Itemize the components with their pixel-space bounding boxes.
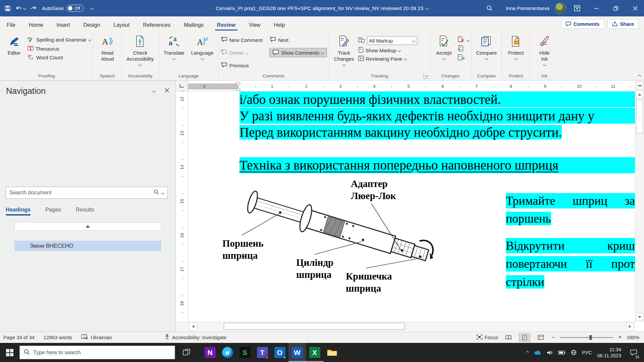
translate-chevron-icon[interactable] [172, 57, 176, 60]
tab-home[interactable]: Home [22, 19, 50, 32]
scroll-down-arrow[interactable] [636, 313, 643, 321]
task-view-button[interactable] [178, 343, 195, 362]
zoom-out-button[interactable]: − [551, 334, 555, 341]
previous-change-button[interactable] [458, 45, 469, 53]
web-layout-button[interactable] [535, 333, 546, 342]
paragraph[interactable]: і/або ознак порушення фізичних властивос… [239, 92, 635, 107]
document-page[interactable]: і/або ознак порушення фізичних властивос… [188, 91, 635, 322]
share-button[interactable]: Share [607, 19, 639, 29]
indent-marker-bottom[interactable] [236, 88, 240, 90]
headings-scroll-up[interactable] [14, 222, 161, 231]
nav-heading-item[interactable]: Зміни ВНЕСЕНО [14, 241, 161, 251]
nav-search-icon[interactable] [154, 189, 159, 196]
tab-layout[interactable]: Layout [107, 19, 136, 32]
paragraph[interactable]: У разі виявлення будь-яких дефектів необ… [239, 108, 635, 124]
navigation-chevron-icon[interactable] [152, 89, 156, 93]
tab-insert[interactable]: Insert [50, 19, 76, 32]
side-note-line[interactable]: повертаючи її прот [506, 256, 635, 272]
reject-button[interactable] [458, 36, 469, 44]
word-count-button[interactable]: 123 Word Count [28, 54, 91, 61]
zoom-slider-thumb[interactable] [589, 335, 592, 340]
keyboard-language[interactable]: РУС [582, 350, 592, 355]
language-button[interactable]: A Language [189, 34, 216, 60]
section-heading[interactable]: Техніка з використання попередньо наповн… [239, 157, 635, 173]
nav-search-chevron-icon[interactable] [161, 191, 165, 194]
accept-chevron-icon[interactable] [442, 57, 446, 60]
side-note-line[interactable]: Тримайте шприц за [506, 193, 635, 208]
horizontal-scrollbar[interactable] [176, 322, 635, 331]
nav-tab-pages[interactable]: Pages [45, 206, 61, 216]
word-count-indicator[interactable]: 12863 words [43, 335, 72, 340]
protect-button[interactable]: Protect [504, 34, 528, 60]
file-explorer-icon[interactable] [323, 343, 341, 362]
navigation-close-icon[interactable] [164, 88, 169, 94]
undo-button[interactable] [15, 5, 26, 11]
start-button[interactable] [0, 343, 19, 362]
spelling-chevron-icon[interactable] [88, 38, 92, 42]
title-chevron-icon[interactable] [426, 7, 429, 10]
proofing-status[interactable]: Ukrainian [81, 334, 112, 341]
qat-customize-icon[interactable] [90, 7, 94, 10]
language-chevron-icon[interactable] [201, 57, 204, 60]
show-markup-chevron-icon[interactable] [398, 49, 401, 52]
indent-marker-top[interactable] [236, 82, 240, 85]
vertical-scrollbar-thumb[interactable] [636, 100, 643, 133]
translate-button[interactable]: aä Translate [161, 34, 187, 60]
tab-view[interactable]: View [242, 19, 267, 32]
nav-tab-results[interactable]: Results [76, 206, 94, 216]
document-title-text[interactable]: Cervarix_PI proj1_GDS28 one PFS+SPC alig… [216, 5, 423, 11]
teams-icon[interactable]: T [254, 343, 271, 362]
reject-chevron-icon[interactable] [466, 38, 470, 42]
edge-icon[interactable]: e [219, 343, 236, 362]
side-note-line[interactable]: стрілки [506, 274, 635, 290]
nav-tab-headings[interactable]: Headings [6, 206, 31, 216]
zoom-slider[interactable] [560, 335, 613, 340]
search-document-input[interactable] [6, 190, 154, 196]
delete-chevron-icon[interactable] [245, 51, 249, 54]
undo-chevron-icon[interactable] [23, 7, 26, 10]
tab-mailings[interactable]: Mailings [177, 19, 210, 32]
check-accessibility-chevron-icon[interactable] [139, 63, 142, 66]
next-change-button[interactable] [458, 54, 469, 62]
tab-review[interactable]: Review [210, 19, 242, 32]
onenote-icon[interactable]: N [201, 343, 219, 362]
language-indicator[interactable]: Ukrainian [91, 335, 112, 340]
show-comments-button[interactable]: Show Comments [269, 48, 327, 57]
save-icon[interactable] [5, 5, 11, 11]
tab-design[interactable]: Design [76, 19, 107, 32]
scroll-left-arrow[interactable] [189, 322, 197, 330]
hide-ink-button[interactable]: Hide Ink [532, 34, 556, 66]
tab-file[interactable]: File [0, 19, 22, 32]
print-layout-button[interactable] [519, 333, 530, 342]
display-for-review-combo[interactable]: All Markup [358, 36, 417, 45]
zoom-level[interactable]: 180% [627, 335, 639, 340]
comments-button[interactable]: Comments [561, 19, 604, 29]
user-name[interactable]: Inna Pomerantseva [506, 5, 549, 11]
close-button[interactable] [627, 0, 644, 16]
action-center-button[interactable]: 15 [627, 343, 641, 362]
scroll-right-arrow[interactable] [626, 322, 634, 330]
check-accessibility-button[interactable]: Check Accessibility [124, 34, 157, 66]
onedrive-tray-icon[interactable] [534, 350, 541, 355]
restore-button[interactable] [607, 0, 625, 16]
accessibility-status[interactable]: Accessibility: Investigate [164, 334, 227, 341]
show-markup-button[interactable]: Show Markup [358, 47, 417, 54]
vertical-scrollbar[interactable] [635, 80, 644, 322]
delete-comment-button[interactable]: Delete [221, 49, 263, 56]
side-note-line[interactable]: поршень [506, 211, 635, 226]
horizontal-ruler[interactable]: 1 1 2 3 4 5 6 7 8 9 10 11 [188, 82, 635, 91]
ribbon-display-options-icon[interactable] [568, 0, 586, 16]
tracking-dialog-launcher-icon[interactable] [424, 74, 429, 79]
clock[interactable]: 11:34 06.11.2023 [597, 347, 622, 359]
accept-button[interactable]: Accept [432, 34, 456, 60]
thesaurus-button[interactable]: Thesaurus [28, 46, 91, 52]
previous-comment-button[interactable]: Previous [221, 62, 263, 69]
read-aloud-button[interactable]: A Read Aloud [95, 34, 119, 63]
horizontal-scrollbar-thumb[interactable] [224, 323, 405, 330]
next-comment-button[interactable]: Next [269, 37, 327, 43]
battery-icon[interactable] [558, 351, 566, 355]
autosave-pill[interactable]: Off [66, 5, 84, 12]
show-comments-chevron-icon[interactable] [321, 51, 324, 54]
new-comment-button[interactable]: New Comment [221, 37, 263, 43]
side-note-line[interactable]: Відкрутити криш [506, 238, 635, 253]
